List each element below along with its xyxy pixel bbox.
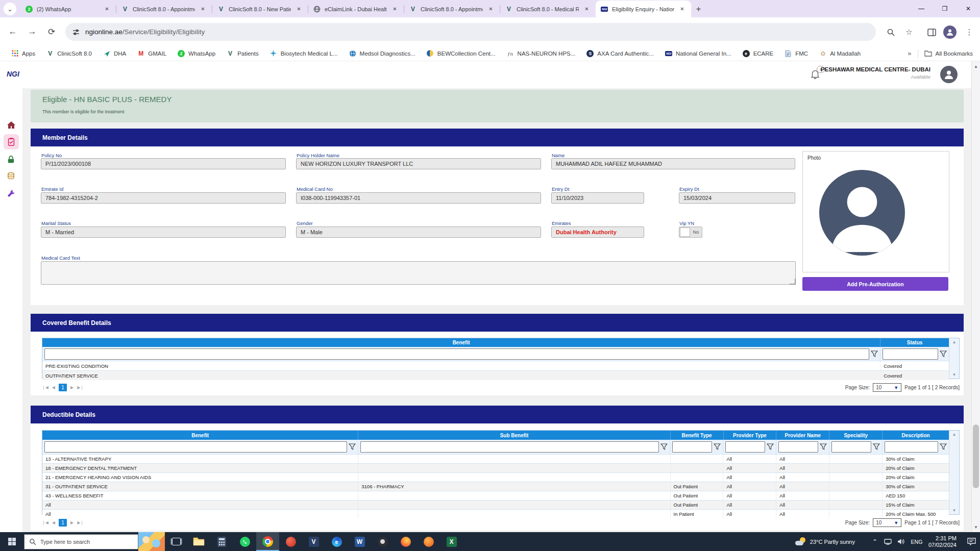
side-panel-icon[interactable] <box>925 26 938 39</box>
filter-funnel-icon[interactable] <box>714 443 721 450</box>
all-bookmarks-button[interactable]: All Bookmarks <box>924 49 973 58</box>
taskbar-search-box[interactable]: Type here to search <box>24 534 138 549</box>
browser-tab[interactable]: 2(2) WhatsApp✕ <box>20 1 116 17</box>
sidebar-tools-icon[interactable] <box>6 189 16 199</box>
weather-widget[interactable]: 23°C Partly sunny <box>795 537 855 546</box>
filter-funnel-icon[interactable] <box>940 350 947 358</box>
bookmark-item[interactable]: BEWCollection Cent... <box>426 49 496 58</box>
deductible-table-scrollbar[interactable]: ▲▼ <box>949 431 959 514</box>
user-avatar[interactable] <box>940 66 958 83</box>
action-center-icon[interactable] <box>963 532 980 551</box>
vip-toggle[interactable]: No <box>679 227 702 238</box>
scrollbar-thumb[interactable] <box>973 424 979 488</box>
benefit-filter-input[interactable] <box>44 348 869 360</box>
reload-icon[interactable]: ⟳ <box>43 23 60 40</box>
tab-close-icon[interactable]: ✕ <box>103 5 111 13</box>
column-header-speciality[interactable]: Speciality <box>829 431 883 440</box>
covered-benefit-row[interactable]: OUTPATIENT SERVICECovered <box>42 370 949 380</box>
tab-close-icon[interactable]: ✕ <box>486 5 495 13</box>
restore-button[interactable]: ❐ <box>933 0 957 17</box>
app-navy-taskbar-icon[interactable]: V <box>302 532 325 551</box>
new-tab-button[interactable]: + <box>692 3 705 15</box>
current-page[interactable]: 1 <box>59 519 67 527</box>
bookmark-item[interactable]: ✿Al Madallah <box>819 49 861 58</box>
browser-tab[interactable]: VClinicSoft 8.0 - Appointments✕ <box>116 1 212 17</box>
page-size-select[interactable]: 10 ▼ <box>873 383 901 392</box>
sidebar-lock-icon[interactable] <box>6 155 16 165</box>
filter-funnel-icon[interactable] <box>871 350 878 358</box>
column-header-provider-type[interactable]: Provider Type <box>724 431 777 440</box>
add-preauthorization-button[interactable]: Add Pre-Authorization <box>802 277 948 291</box>
next-page-button[interactable]: ▶ <box>70 385 74 390</box>
bookmarks-overflow-icon[interactable]: » <box>908 49 911 57</box>
close-button[interactable]: ✕ <box>957 0 980 17</box>
last-page-button[interactable]: ▶❘ <box>77 385 84 390</box>
filter-funnel-icon[interactable] <box>349 443 356 450</box>
task-view-button[interactable] <box>165 532 187 551</box>
filter-funnel-icon[interactable] <box>940 443 947 450</box>
search-highlight-image[interactable] <box>138 532 165 551</box>
deductible-row[interactable]: AllOut PatientAllAll15% of Claim <box>42 500 949 509</box>
chrome-orange-taskbar-icon[interactable] <box>417 532 440 551</box>
site-settings-icon[interactable] <box>72 28 80 36</box>
bookmark-item[interactable]: eECARE <box>742 49 774 58</box>
column-filter-input[interactable] <box>44 441 347 453</box>
deductible-row[interactable]: 18 - EMERGENCY DENTAL TREATMENTAllAll20%… <box>42 463 949 472</box>
filter-funnel-icon[interactable] <box>820 443 827 450</box>
deductible-row[interactable]: 43 - WELLNESS BENEFITOut PatientAllAllAE… <box>42 491 949 500</box>
column-header-sub-benefit[interactable]: Sub Benefit <box>358 431 670 440</box>
bookmark-item[interactable]: Biosytech Medical L... <box>270 49 338 58</box>
column-filter-input[interactable] <box>725 441 765 453</box>
profile-avatar[interactable] <box>943 26 957 39</box>
app-dark-taskbar-icon[interactable] <box>371 532 394 551</box>
language-indicator[interactable]: ENG <box>908 539 925 545</box>
bookmark-item[interactable]: VPatients <box>226 49 259 58</box>
tab-close-icon[interactable]: ✕ <box>295 5 303 13</box>
volume-icon[interactable] <box>895 532 908 551</box>
emirates-field[interactable]: Dubai Health Authority <box>551 227 644 238</box>
excel-taskbar-icon[interactable]: X <box>440 532 463 551</box>
browser-menu-icon[interactable]: ⋮ <box>963 26 976 39</box>
bookmark-item[interactable]: Medsol Diagnostics... <box>349 49 415 58</box>
column-header-benefit-type[interactable]: Benefit Type <box>671 431 724 440</box>
sidebar-home-icon[interactable] <box>6 120 16 130</box>
browser-tab[interactable]: VClinicSoft 8.0 - New Patient✕ <box>212 1 308 17</box>
back-icon[interactable]: ← <box>4 23 21 40</box>
notification-bell-icon[interactable]: 9 <box>810 68 822 81</box>
tab-close-icon[interactable]: ✕ <box>390 5 399 13</box>
firefox-taskbar-icon[interactable] <box>394 532 417 551</box>
filter-funnel-icon[interactable] <box>767 443 774 450</box>
bookmark-item[interactable]: DHA <box>103 49 126 58</box>
filter-funnel-icon[interactable] <box>873 443 880 450</box>
address-bar[interactable]: ngionline.ae/Service/Eligibility/Eligibi… <box>65 23 876 41</box>
column-filter-input[interactable] <box>672 441 712 453</box>
tab-close-icon[interactable]: ✕ <box>199 5 207 13</box>
column-header-description[interactable]: Description <box>883 431 949 440</box>
status-filter-input[interactable] <box>883 348 938 360</box>
device-icon[interactable] <box>881 532 895 551</box>
medical-card-no-field[interactable]: I038-000-119943357-01 <box>296 192 541 204</box>
current-page[interactable]: 1 <box>59 384 67 391</box>
gender-field[interactable]: M - Male <box>296 227 541 238</box>
word-taskbar-icon[interactable]: W <box>348 532 371 551</box>
sidebar-eligibility-icon[interactable] <box>4 134 19 149</box>
bookmark-item[interactable]: VClinicSoft 8.0 <box>46 49 92 58</box>
covered-table-scrollbar[interactable]: ▲▼ <box>949 338 959 379</box>
bookmark-item[interactable]: Apps <box>11 49 35 58</box>
prev-page-button[interactable]: ◀ <box>52 520 55 525</box>
tray-expand-icon[interactable]: ⌃ <box>868 532 881 551</box>
deductible-row[interactable]: 21 - EMERGENCY HEARING AND VISION AIDSAl… <box>42 472 949 482</box>
browser-tab[interactable]: VClinicSoft 8.0 - Medical Records✕ <box>500 1 596 17</box>
page-scrollbar[interactable]: ▲ ▼ <box>971 61 980 532</box>
bookmark-star-icon[interactable]: ☆ <box>902 26 916 39</box>
textarea-resize-grip[interactable] <box>790 279 796 285</box>
sidebar-coins-icon[interactable] <box>6 171 16 182</box>
column-filter-input[interactable] <box>778 441 818 453</box>
policy-holder-field[interactable]: NEW HORIZON LUXURY TRANSPORT LLC <box>296 158 541 169</box>
scroll-up-icon[interactable]: ▲ <box>972 62 980 70</box>
medical-card-text-area[interactable] <box>41 261 796 285</box>
deductible-row[interactable]: 13 - ALTERNATIVE THERAPYAllAll30% of Cla… <box>42 454 949 463</box>
last-page-button[interactable]: ▶❘ <box>77 520 84 525</box>
taskbar-clock[interactable]: 2:31 PM 07/02/2024 <box>928 535 957 548</box>
first-page-button[interactable]: ❘◀ <box>42 385 48 390</box>
